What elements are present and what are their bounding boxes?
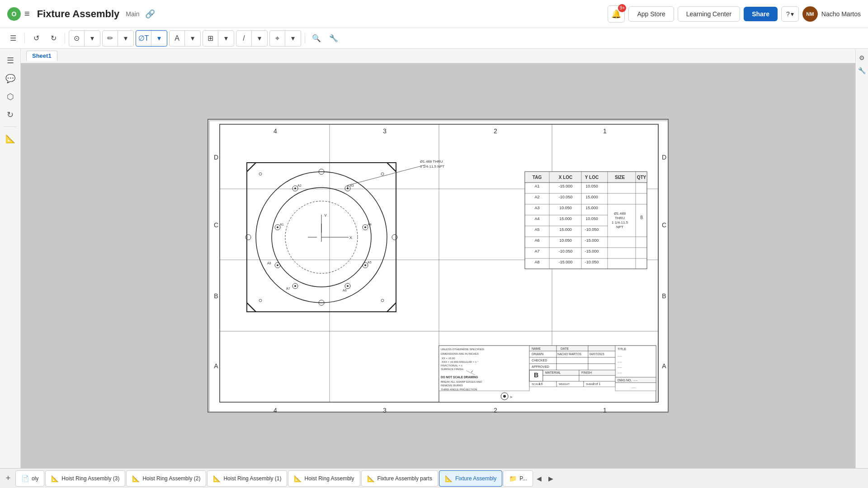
user-menu[interactable]: NM Nacho Martos bbox=[802, 6, 861, 22]
svg-text:15.000: 15.000 bbox=[559, 227, 572, 232]
bottom-tab-oly[interactable]: 📄 oly bbox=[15, 470, 44, 487]
svg-text:C: C bbox=[662, 221, 666, 229]
sheet-tab-1[interactable]: Sheet1 bbox=[26, 51, 57, 61]
svg-text:.XXX = ±0.000     ANGULAR = ± : .XXX = ±0.000 ANGULAR = ± ° bbox=[441, 361, 479, 363]
learning-center-button[interactable]: Learning Center bbox=[678, 6, 740, 22]
hamburger-menu[interactable]: ≡ bbox=[24, 9, 30, 19]
svg-text:A2: A2 bbox=[297, 184, 302, 187]
text-chevron-button[interactable]: ▾ bbox=[185, 31, 200, 46]
add-tab-button[interactable]: + bbox=[2, 472, 14, 485]
draw-chevron-button[interactable]: ▾ bbox=[118, 31, 133, 46]
sidebar-icon-comment[interactable]: 💬 bbox=[2, 70, 19, 87]
svg-text:-10.050: -10.050 bbox=[559, 249, 573, 253]
drawing-area: Sheet1 bbox=[21, 49, 855, 468]
tab-label-oly: oly bbox=[32, 475, 38, 482]
svg-text:SIZE: SIZE bbox=[615, 175, 625, 180]
svg-point-53 bbox=[364, 264, 366, 266]
svg-text:REMOVE BURRS: REMOVE BURRS bbox=[441, 384, 463, 387]
table-chevron-button[interactable]: ▾ bbox=[218, 31, 234, 46]
svg-text:-15.000: -15.000 bbox=[585, 238, 599, 243]
avatar: NM bbox=[802, 6, 818, 22]
svg-text:DRAWN: DRAWN bbox=[532, 352, 543, 356]
svg-point-139 bbox=[503, 395, 506, 398]
svg-point-64 bbox=[259, 173, 262, 175]
svg-point-44 bbox=[294, 188, 296, 189]
bottom-tab-hoist[interactable]: 📐 Hoist Ring Assembly bbox=[288, 470, 360, 487]
svg-text:-15.000: -15.000 bbox=[585, 249, 599, 253]
sidebar-icon-history[interactable]: ↻ bbox=[2, 107, 19, 123]
line-chevron-button[interactable]: ▾ bbox=[252, 31, 267, 46]
svg-rect-154 bbox=[588, 357, 615, 364]
annotation-chevron-button[interactable]: ▾ bbox=[151, 31, 167, 46]
svg-text:DATE: DATE bbox=[561, 347, 569, 350]
notification-button[interactable]: 🔔 9+ bbox=[608, 5, 625, 23]
svg-text:1 1/4-11.5 NPT: 1 1/4-11.5 NPT bbox=[420, 164, 444, 169]
sidebar-icon-menu[interactable]: ☰ bbox=[2, 52, 19, 69]
sheet-tabs: Sheet1 bbox=[21, 49, 855, 63]
svg-text:A4: A4 bbox=[368, 223, 372, 226]
svg-text:A2: A2 bbox=[534, 195, 539, 199]
svg-text:4: 4 bbox=[274, 407, 277, 413]
right-sidebar: ⚙ 🔧 bbox=[855, 49, 868, 468]
right-sidebar-icon-1[interactable]: ⚙ bbox=[857, 52, 868, 63]
table-button[interactable]: ⊞ bbox=[203, 31, 218, 46]
share-button[interactable]: Share bbox=[744, 7, 778, 21]
svg-text:FRACTIONAL = ±: FRACTIONAL = ± bbox=[441, 364, 463, 367]
svg-text:----: ---- bbox=[618, 360, 622, 363]
settings-toolbar-button[interactable]: ☰ bbox=[5, 31, 21, 46]
svg-text:10.050: 10.050 bbox=[585, 184, 598, 188]
tab-icon-hoist: 📐 bbox=[294, 475, 302, 482]
right-sidebar-icon-2[interactable]: 🔧 bbox=[857, 65, 868, 76]
svg-text:Ø1.488 THRU: Ø1.488 THRU bbox=[420, 160, 443, 164]
svg-text:2: 2 bbox=[494, 127, 497, 135]
svg-text:NAME: NAME bbox=[532, 347, 541, 350]
redo-button[interactable]: ↻ bbox=[46, 31, 61, 46]
undo-button[interactable]: ↺ bbox=[28, 31, 44, 46]
svg-text:15.000: 15.000 bbox=[585, 195, 598, 199]
inspect-button[interactable]: 🔧 bbox=[326, 31, 341, 46]
bottom-tab-p[interactable]: 📁 P... bbox=[503, 470, 533, 487]
draw-pencil-button[interactable]: ✏ bbox=[103, 31, 118, 46]
bottom-tab-hoist3[interactable]: 📐 Hoist Ring Assembly (3) bbox=[45, 470, 125, 487]
sidebar-icon-parts[interactable]: ⬡ bbox=[2, 89, 19, 105]
tab-nav-right[interactable]: ▶ bbox=[546, 473, 557, 484]
svg-text:MATERIAL: MATERIAL bbox=[545, 371, 561, 374]
tab-icon-fixture: 📐 bbox=[445, 475, 453, 482]
view-chevron-button[interactable]: ▾ bbox=[85, 31, 100, 46]
help-button[interactable]: ? ▾ bbox=[781, 6, 799, 22]
annotation-group: ∅T ▾ bbox=[136, 30, 167, 47]
svg-text:Y: Y bbox=[324, 213, 327, 218]
svg-text:-10.050: -10.050 bbox=[585, 260, 599, 264]
svg-text:A: A bbox=[214, 362, 218, 370]
svg-text:X: X bbox=[349, 235, 352, 240]
svg-text:1 of 1: 1 of 1 bbox=[593, 382, 601, 385]
bottom-tab-fixture[interactable]: 📐 Fixture Assembly bbox=[439, 470, 502, 487]
line-button[interactable]: / bbox=[236, 31, 252, 46]
tab-nav-left[interactable]: ◀ bbox=[534, 473, 545, 484]
svg-text:-10.050: -10.050 bbox=[585, 227, 599, 232]
view-orient-button[interactable]: ⊙ bbox=[69, 31, 85, 46]
annotation-button[interactable]: ∅T bbox=[136, 31, 151, 46]
snap-button[interactable]: ⌖ bbox=[270, 31, 285, 46]
svg-rect-157 bbox=[557, 364, 588, 370]
svg-text:A8: A8 bbox=[267, 262, 271, 265]
svg-text:THRU: THRU bbox=[615, 216, 625, 220]
toolbar-separator-1 bbox=[24, 33, 25, 44]
app-store-button[interactable]: App Store bbox=[628, 6, 674, 22]
bottom-tab-fixture-parts[interactable]: 📐 Fixture Assembly parts bbox=[361, 470, 438, 487]
drawing-canvas[interactable]: 4 3 2 1 4 3 2 1 D C B A D C bbox=[21, 63, 855, 468]
zoom-button[interactable]: 🔍 bbox=[309, 31, 324, 46]
sidebar-icon-drawing[interactable]: 📐 bbox=[2, 131, 19, 147]
svg-text:-10.050: -10.050 bbox=[559, 195, 573, 199]
toolbar-separator-3 bbox=[305, 33, 305, 44]
svg-text:A1: A1 bbox=[534, 184, 539, 188]
svg-text:D: D bbox=[214, 154, 218, 161]
link-icon[interactable]: 🔗 bbox=[145, 9, 155, 19]
svg-text:15.000: 15.000 bbox=[559, 216, 572, 221]
text-group: A ▾ bbox=[169, 30, 201, 47]
svg-text:-15.000: -15.000 bbox=[559, 184, 573, 188]
bottom-tab-hoist2[interactable]: 📐 Hoist Ring Assembly (2) bbox=[126, 470, 206, 487]
snap-chevron-button[interactable]: ▾ bbox=[285, 31, 301, 46]
text-button[interactable]: A bbox=[170, 31, 185, 46]
bottom-tab-hoist1[interactable]: 📐 Hoist Ring Assembly (1) bbox=[207, 470, 287, 487]
